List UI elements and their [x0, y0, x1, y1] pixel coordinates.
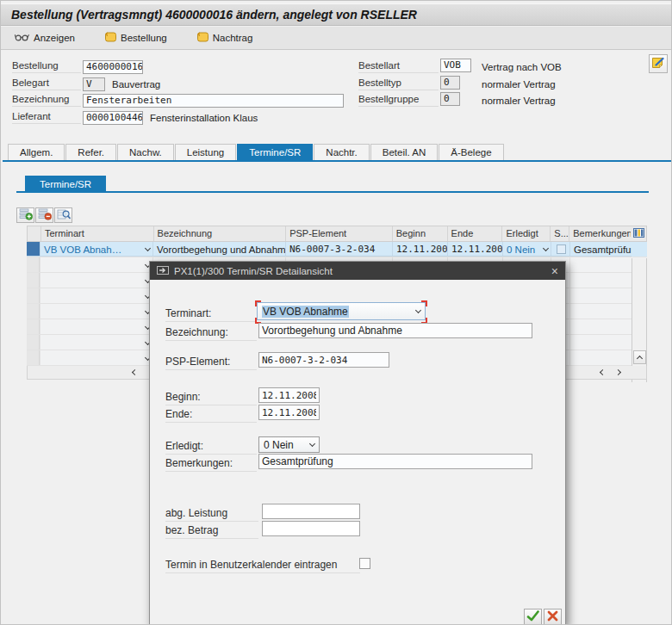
bemerkungen-cell[interactable] — [570, 273, 632, 288]
tab-ae-belege[interactable]: Ä-Belege — [439, 144, 503, 160]
bestellung-row: Bestellung 4600000016 — [12, 59, 143, 74]
beginn-input[interactable] — [258, 387, 320, 403]
tab-refer[interactable]: Refer. — [65, 144, 116, 160]
col-ende[interactable]: Ende — [448, 226, 503, 241]
terminart-focus-frame: VB VOB Abnahme — [255, 300, 427, 324]
beginn-label: Beginn: — [165, 391, 257, 405]
bestelltyp-field[interactable]: 0 — [440, 76, 460, 90]
bemerkungen-cell[interactable] — [570, 350, 632, 365]
belegart-text: Bauvertrag — [112, 79, 160, 90]
anzeigen-button[interactable]: Anzeigen — [11, 31, 78, 45]
bezeichnung-label: Bezeichnung: — [165, 326, 257, 341]
scroll-up-button[interactable] — [633, 350, 646, 364]
bezeichnung-field[interactable]: Fensterarbeiten — [83, 94, 344, 108]
main-tabstrip: Allgem. Refer. Nachw. Leistung Termine/S… — [8, 144, 505, 160]
bestellgruppe-field[interactable]: 0 — [440, 92, 460, 106]
bez-betrag-input[interactable] — [262, 521, 360, 536]
tab-beteil-an[interactable]: Beteil. AN — [370, 144, 439, 160]
delete-row-button[interactable] — [35, 207, 53, 223]
insert-row-button[interactable] — [16, 207, 34, 223]
tab-nachw[interactable]: Nachw. — [117, 144, 174, 160]
psp-element-label: PSP-Element: — [165, 356, 257, 370]
belegart-field[interactable]: V — [83, 77, 105, 91]
terminart-cell[interactable] — [40, 335, 153, 350]
bestellgruppe-row: Bestellgruppe 0 normaler Vertrag — [358, 93, 556, 108]
terminart-cell[interactable] — [40, 273, 153, 288]
terminart-cell[interactable] — [40, 304, 153, 319]
termin-detail-dialog: PX1(1)/300 Termin/SR Detailansicht × Ter… — [149, 261, 566, 625]
chevron-left-icon — [131, 369, 137, 375]
erledigt-dropdown[interactable]: 0 Nein — [258, 436, 320, 453]
bestellart-field[interactable]: VOB — [440, 59, 471, 72]
bemerkungen-cell[interactable]: Gesamtprüfung — [570, 242, 632, 257]
terminart-cell[interactable] — [40, 257, 153, 272]
bezeichnung-label: Bezeichnung — [12, 94, 81, 107]
col-terminart[interactable]: Terminart — [41, 226, 154, 241]
bestellung-button[interactable]: Bestellung — [101, 30, 171, 46]
col-s[interactable]: S... — [551, 226, 569, 241]
beginn-cell[interactable]: 12.11.2008 — [393, 242, 448, 257]
col-beginn[interactable]: Beginn — [393, 226, 448, 241]
confirm-button[interactable] — [524, 609, 542, 625]
tab-nachtr[interactable]: Nachtr. — [314, 144, 369, 160]
lieferant-label: Lieferant — [12, 111, 81, 124]
table-config-button[interactable] — [631, 226, 646, 241]
close-icon[interactable]: × — [551, 265, 558, 277]
col-erledigt[interactable]: Erledigt — [502, 226, 551, 241]
col-psp-element[interactable]: PSP-Element — [286, 226, 393, 241]
subtab-termine-sr[interactable]: Termine/SR — [25, 176, 106, 192]
terminart-cell[interactable]: VB VOB Abnah… — [40, 242, 153, 257]
col-bemerkungen[interactable]: Bemerkungen — [569, 226, 631, 241]
table-settings-icon — [633, 228, 644, 239]
scroll-right-button[interactable] — [612, 367, 625, 378]
bemerkungen-cell[interactable] — [570, 257, 632, 272]
bemerkungen-cell[interactable] — [570, 304, 632, 319]
table-vertical-scrollbar[interactable] — [632, 258, 647, 382]
terminart-dropdown[interactable]: VB VOB Abnahme — [257, 302, 426, 320]
terminart-label: Terminart: — [165, 307, 257, 322]
bestellgruppe-label: Bestellgruppe — [358, 94, 439, 107]
lieferant-field[interactable]: 0000100446 — [83, 111, 143, 125]
x-icon — [547, 610, 558, 624]
tab-termine-sr[interactable]: Termine/SR — [237, 144, 313, 160]
scroll-left-button[interactable] — [127, 367, 140, 378]
bemerkungen-cell[interactable] — [570, 319, 632, 334]
bemerkungen-cell[interactable] — [570, 288, 632, 303]
bemerkungen-cell[interactable] — [570, 335, 632, 350]
find-button[interactable] — [54, 207, 72, 223]
bezeichnung-input[interactable] — [258, 323, 532, 338]
bestellart-text: Vertrag nach VOB — [482, 62, 562, 72]
bestellung-field[interactable]: 4600000016 — [83, 60, 143, 74]
table-row-selected[interactable]: VB VOB Abnah… Vorortbegehung und Abnahme… — [27, 242, 647, 257]
termine-table-header: Terminart Bezeichnung PSP-Element Beginn… — [27, 226, 647, 242]
terminart-cell[interactable] — [40, 350, 153, 365]
dialog-title: PX1(1)/300 Termin/SR Detailansicht — [174, 266, 333, 276]
abg-leistung-input[interactable] — [262, 504, 360, 519]
belegart-row: Belegart V Bauvertrag — [12, 77, 160, 91]
lieferant-row: Lieferant 0000100446 Fensterinstallation… — [12, 110, 258, 125]
scroll-left-button[interactable] — [594, 367, 608, 378]
tab-leistung[interactable]: Leistung — [175, 144, 236, 160]
bezeichnung-cell[interactable]: Vorortbegehung und Abnahme — [153, 242, 286, 257]
check-icon — [526, 610, 539, 624]
psp-cell[interactable]: N6-0007-3-2-034 — [286, 242, 393, 257]
kalender-checkbox[interactable] — [359, 558, 370, 569]
s-cell[interactable] — [551, 242, 570, 257]
dialog-titlebar[interactable]: PX1(1)/300 Termin/SR Detailansicht × — [150, 262, 565, 280]
psp-element-input[interactable] — [258, 352, 389, 368]
s-checkbox[interactable] — [557, 244, 566, 254]
cancel-button[interactable] — [544, 609, 562, 625]
row-selection-marker[interactable] — [27, 242, 40, 257]
ende-cell[interactable]: 12.11.2008 — [448, 242, 503, 257]
terminart-cell[interactable] — [40, 319, 153, 334]
terminart-cell[interactable] — [40, 288, 153, 303]
nachtrag-button[interactable]: Nachtrag — [193, 30, 257, 46]
note-pencil-icon — [651, 56, 665, 72]
erledigt-cell[interactable]: 0 Nein — [503, 242, 551, 257]
ende-input[interactable] — [258, 405, 320, 420]
note-button[interactable] — [649, 54, 668, 73]
tab-allgem[interactable]: Allgem. — [8, 144, 65, 160]
kalender-label: Termin in Benutzerkalender eintragen — [165, 559, 360, 573]
bemerkungen-input[interactable] — [258, 454, 532, 469]
col-bezeichnung[interactable]: Bezeichnung — [154, 226, 287, 241]
